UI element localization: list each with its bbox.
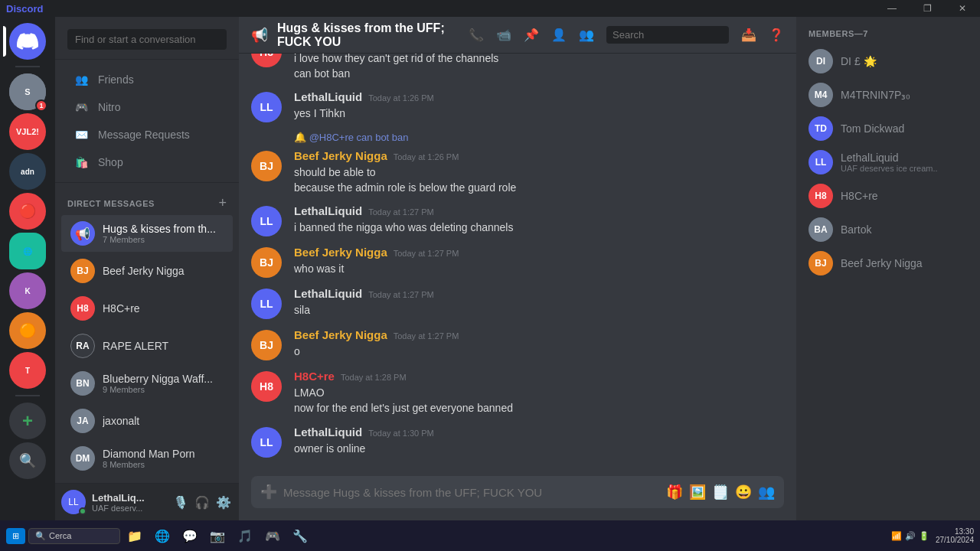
shop-icon: 🛍️ [74,155,89,170]
channel-name: Hugs & kisses from the UFF; FUCK YOU [277,21,459,49]
call-icon[interactable]: 📞 [469,28,484,42]
battery-icon: 🔋 [919,531,929,541]
dm-item-aryan-shrek[interactable]: ASfucking aryan shrek c...6 Members [61,478,233,483]
emoji-icon[interactable]: 😀 [735,476,752,508]
member-item[interactable]: BABartok [802,213,974,246]
dm-item-beef-jerky[interactable]: BJBeef Jerky Nigga [61,253,233,289]
message-author: Beef Jerky Nigga [294,149,387,162]
dm-info: Hugs & kisses from th...7 Members [103,223,224,244]
gift-icon[interactable]: 🎁 [666,476,683,508]
message-group: LLLethalLiquidToday at 1:30 PMowner is o… [251,422,784,461]
dm-name: jaxonalt [103,415,224,427]
taskbar-search[interactable]: 🔍 Cerca [28,528,120,544]
server-icon[interactable]: 🌐 [9,233,46,269]
message-group: BJBeef Jerky NiggaToday at 1:26 PMshould… [251,146,784,198]
member-item[interactable]: H8H8C+re [802,179,974,213]
discord-home-button[interactable] [9,23,46,60]
server-icon[interactable]: VJL2! [9,113,46,150]
taskbar-app2[interactable]: 🎵 [234,524,256,547]
inbox-icon[interactable]: 📥 [741,28,756,42]
pin-icon[interactable]: 📌 [524,28,539,42]
time-display: 13:30 [936,527,974,536]
message-header: LethalLiquidToday at 1:27 PM [294,204,784,217]
server-icon[interactable]: K [9,272,46,309]
dm-avatar: H8 [70,296,95,321]
close-button[interactable]: ✕ [945,0,980,17]
server-icon[interactable]: 🟠 [9,312,46,349]
message-text: i love how they can't get rid of the cha… [294,54,784,67]
taskbar: ⊞ 🔍 Cerca 📁 🌐 💬 📷 🎵 🎮 🔧 📶 🔊 🔋 13:30 27/1… [0,520,980,551]
video-icon[interactable]: 📹 [496,28,511,42]
nav-shop[interactable]: 🛍️ Shop [61,148,233,176]
nav-nitro[interactable]: 🎮 Nitro [61,93,233,121]
dm-item-h8c-re[interactable]: H8H8C+re [61,290,233,327]
server-icon[interactable]: adn [9,153,46,190]
date-display: 27/10/2024 [936,536,974,544]
member-item[interactable]: TDTom Dickwad [802,112,974,145]
start-button[interactable]: ⊞ [6,528,25,544]
help-icon[interactable]: ❓ [769,28,784,42]
deafen-button[interactable]: 🎧 [193,493,211,511]
member-item[interactable]: BJBeef Jerky Nigga [802,246,974,280]
message-author: H8C+re [294,370,335,383]
message-time: Today at 1:30 PM [368,429,434,438]
message-avatar: LL [251,289,282,319]
member-item[interactable]: LLLethalLiquidUAF deserves ice cream.. [802,145,974,179]
server-icon[interactable]: S 1 [9,73,46,110]
search-input[interactable] [67,29,227,50]
nav-nitro-label: Nitro [98,101,121,113]
dm-info: jaxonalt [103,415,224,427]
discover-servers-button[interactable]: 🔍 [9,442,46,479]
gif-icon[interactable]: 🖼️ [689,476,706,508]
server-divider [15,395,40,396]
dm-add-button[interactable]: + [218,195,227,211]
members-title: MEMBERS—7 [802,29,974,38]
dm-avatar: BN [70,371,95,396]
taskbar-app4[interactable]: 🔧 [289,524,312,547]
nav-friends[interactable]: 👥 Friends [61,66,233,93]
member-avatar: M4 [808,83,833,107]
dm-item-blueberry[interactable]: BNBlueberry Nigga Waff...9 Members [61,365,233,402]
server-icon[interactable]: T [9,352,46,389]
add-attachment-icon[interactable]: ➕ [260,476,277,508]
mute-button[interactable]: 🎙️ [172,493,190,511]
member-item[interactable]: DIDI £ 🌟 [802,44,974,78]
taskbar-app1[interactable]: 📷 [206,524,229,547]
taskbar-discord[interactable]: 💬 [178,524,201,547]
member-name: Tom Dickwad [841,122,904,135]
member-info: Beef Jerky Nigga [841,257,923,269]
taskbar-browser[interactable]: 🌐 [151,524,174,547]
add-member-icon[interactable]: 👤 [551,28,567,42]
dm-item-diamond-man[interactable]: DMDiamond Man Porn8 Members [61,440,233,477]
dm-item-rape-alert[interactable]: RARAPE ALERT [61,328,233,364]
user-bar-status: UAF deserv... [92,504,165,513]
nav-message-requests[interactable]: ✉️ Message Requests [61,121,233,148]
sticker-icon[interactable]: 🗒️ [712,476,729,508]
add-server-button[interactable]: + [9,403,46,439]
taskbar-search-label: Cerca [49,531,71,540]
member-info: M4TRNIN7Ρ₃₀ [841,89,910,101]
server-icon[interactable]: 🔴 [9,193,46,230]
search-input[interactable] [606,26,729,44]
dm-item-hugs-kisses[interactable]: 📢Hugs & kisses from th...7 Members [61,215,233,252]
message-text: because the admin role is below the guar… [294,181,784,196]
message-input[interactable] [283,478,660,507]
settings-button[interactable]: ⚙️ [214,493,233,511]
member-info: Bartok [841,223,871,236]
member-name: LethalLiquid [841,152,938,164]
message-group: LLLethalLiquidToday at 1:26 PMyes I Tihk… [251,87,784,126]
dm-name: Beef Jerky Nigga [103,265,224,277]
members-icon[interactable]: 👥 [579,28,594,42]
dm-item-jaxonalt[interactable]: JAjaxonalt [61,403,233,439]
message-content: LethalLiquidToday at 1:27 PMsila [294,287,784,319]
activity-icon[interactable]: 👥 [758,476,775,508]
taskbar-app3[interactable]: 🎮 [261,524,284,547]
message-avatar: BJ [251,151,282,181]
taskbar-file-explorer[interactable]: 📁 [123,524,146,547]
message-header: Beef Jerky NiggaToday at 1:27 PM [294,328,784,341]
maximize-button[interactable]: ❐ [910,0,945,17]
member-item[interactable]: M4M4TRNIN7Ρ₃₀ [802,78,974,112]
user-avatar-initials: LL [68,497,78,507]
minimize-button[interactable]: — [874,0,910,17]
system-tray: 📶 🔊 🔋 [891,531,929,541]
